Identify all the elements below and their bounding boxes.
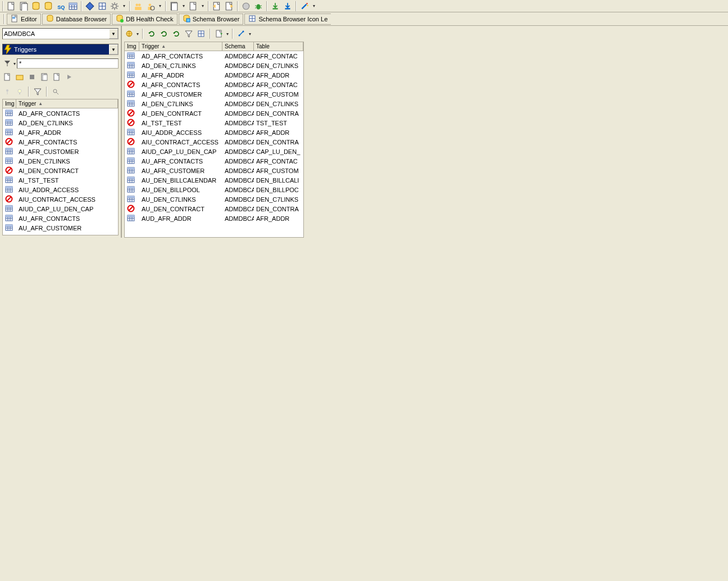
copy-btn[interactable] — [39, 72, 49, 82]
table-row[interactable]: AI_DEN_C7LINKSADMDBCADEN_C7LINKS — [125, 99, 303, 108]
schema-combo[interactable]: ADMDBCA ▼ — [2, 28, 119, 39]
tb-btn-11[interactable] — [145, 1, 156, 12]
list-item[interactable]: AIU_CONTRACT_ACCESS — [3, 194, 118, 204]
table-row[interactable]: AI_AFR_ADDRADMDBCAAFR_ADDR — [125, 70, 303, 80]
object-toolbar-2 — [0, 84, 121, 99]
tab-schema-browser[interactable]: Schema Browser — [179, 13, 244, 25]
tb-btn-15[interactable] — [224, 1, 235, 12]
refresh-btn-2[interactable] — [159, 29, 169, 39]
row-trigger-name: AU_DEN_CONTRACT — [139, 206, 222, 212]
tab-schema-browser-icon[interactable]: Schema Browser Icon Le — [244, 13, 331, 25]
table-row[interactable]: AI_DEN_CONTRACTADMDBCADEN_CONTRA — [125, 108, 303, 118]
table-row[interactable]: AU_DEN_BILLCALENDARADMDBCADEN_BILLCALI — [125, 175, 303, 185]
tb-drop-13[interactable]: ▾ — [200, 3, 206, 8]
tb-btn-dl2[interactable] — [282, 1, 293, 12]
list-item[interactable]: AIU_ADDR_ACCESS — [3, 185, 118, 194]
tb-btn-14[interactable] — [211, 1, 222, 12]
filter-type-button[interactable] — [2, 58, 12, 69]
col-header-schema[interactable]: Schema — [222, 42, 254, 51]
dropdown-arrow-icon[interactable]: ▾ — [249, 31, 251, 37]
tb-btn-6[interactable] — [67, 1, 79, 12]
tb-btn-13[interactable] — [188, 1, 199, 12]
table-row[interactable]: AIU_CONTRACT_ACCESSADMDBCADEN_CONTRA — [125, 137, 303, 147]
list-item[interactable]: AI_AFR_ADDR — [3, 128, 118, 137]
table-row[interactable]: AIUD_CAP_LU_DEN_CAPADMDBCACAP_LU_DEN_ — [125, 147, 303, 156]
grid-view-btn[interactable] — [196, 29, 206, 39]
col-header-img[interactable]: Img — [125, 42, 139, 51]
object-type-combo[interactable]: Triggers ▼ — [2, 44, 119, 55]
tab-label: Database Browser — [56, 16, 107, 22]
tb-btn-2[interactable] — [18, 1, 29, 12]
table-row[interactable]: AIU_ADDR_ACCESSADMDBCAAFR_ADDR — [125, 128, 303, 137]
col-header-table[interactable]: Table — [254, 42, 303, 51]
tb-btn-dl1[interactable] — [270, 1, 281, 12]
toolbar-sep — [295, 1, 297, 11]
col-header-trigger[interactable]: Trigger▲ — [139, 42, 222, 51]
tb-btn-10[interactable] — [133, 1, 144, 12]
list-item[interactable]: AU_AFR_CONTACTS — [3, 214, 118, 223]
tab-editor[interactable]: Editor — [7, 13, 41, 25]
table-row[interactable]: AD_DEN_C7LINKSADMDBCADEN_C7LINKS — [125, 61, 303, 70]
list-item[interactable]: AI_DEN_CONTRACT — [3, 166, 118, 175]
list-item[interactable]: AI_AFR_CONTACTS — [3, 137, 118, 147]
new-object-btn[interactable] — [2, 72, 12, 82]
tb-btn-8[interactable] — [97, 1, 108, 12]
table-row[interactable]: AU_DEN_CONTRACTADMDBCADEN_CONTRA — [125, 204, 303, 214]
dropdown-arrow-icon[interactable]: ▾ — [13, 61, 16, 66]
tb-btn-12[interactable] — [169, 1, 180, 12]
dropdown-arrow-icon[interactable]: ▼ — [109, 29, 118, 39]
tab-database-browser[interactable]: Database Browser — [42, 13, 111, 25]
tb-btn-stop[interactable] — [240, 1, 252, 12]
refresh-btn-1[interactable] — [147, 29, 157, 39]
table-row[interactable]: AI_TST_TESTADMDBCATST_TEST — [125, 118, 303, 128]
tb-btn-1[interactable] — [6, 1, 17, 12]
link-btn[interactable] — [236, 29, 247, 39]
find-btn[interactable] — [51, 87, 61, 97]
new-folder-btn[interactable] — [15, 72, 25, 82]
tb-btn-7[interactable] — [84, 1, 95, 12]
stop-btn[interactable] — [27, 72, 37, 82]
table-row[interactable]: AUD_AFR_ADDRADMDBCAAFR_ADDR — [125, 214, 303, 223]
table-row[interactable]: AU_DEN_C7LINKSADMDBCADEN_C7LINKS — [125, 194, 303, 204]
dropdown-arrow-icon[interactable]: ▾ — [226, 31, 229, 37]
tb-btn-bug[interactable] — [253, 1, 264, 12]
refresh-btn-3[interactable] — [171, 29, 181, 39]
bulb-btn[interactable] — [15, 87, 25, 97]
tb-btn-4[interactable] — [43, 1, 54, 12]
list-item[interactable]: AIUD_CAP_LU_DEN_CAP — [3, 204, 118, 214]
table-row[interactable]: AD_AFR_CONTACTSADMDBCAAFR_CONTAC — [125, 51, 303, 61]
export-btn[interactable] — [214, 29, 224, 39]
tb-drop-9[interactable]: ▾ — [121, 3, 127, 8]
table-row[interactable]: AI_AFR_CONTACTSADMDBCAAFR_CONTAC — [125, 80, 303, 89]
tb-drop-11[interactable]: ▾ — [157, 3, 163, 8]
list-item[interactable]: AI_AFR_CUSTOMER — [3, 147, 118, 156]
list-item[interactable]: AI_TST_TEST — [3, 175, 118, 185]
list-item[interactable]: AI_DEN_C7LINKS — [3, 156, 118, 166]
col-header-img[interactable]: Img — [3, 99, 16, 108]
table-row[interactable]: AU_AFR_CONTACTSADMDBCAAFR_CONTAC — [125, 156, 303, 166]
tb-btn-3[interactable] — [30, 1, 42, 12]
tb-btn-wand[interactable] — [299, 1, 310, 12]
tb-btn-9[interactable] — [109, 1, 120, 12]
details-pane: ▾ ▾ ▾ Img Trigger▲ Schema Table AD_AFR_C… — [122, 26, 304, 238]
list-item[interactable]: AD_DEN_C7LINKS — [3, 118, 118, 128]
funnel-btn[interactable] — [184, 29, 194, 39]
filter-input[interactable] — [17, 58, 119, 69]
pin-btn[interactable] — [2, 87, 12, 97]
list-item[interactable]: AU_AFR_CUSTOMER — [3, 223, 118, 233]
table-row[interactable]: AI_AFR_CUSTOMERADMDBCAAFR_CUSTOM — [125, 89, 303, 99]
col-header-trigger[interactable]: Trigger▲ — [16, 99, 118, 108]
tab-db-health-check[interactable]: DB Health Check — [112, 13, 177, 25]
list-item[interactable]: AD_AFR_CONTACTS — [3, 108, 118, 118]
table-row[interactable]: AU_DEN_BILLPOOLADMDBCADEN_BILLPOC — [125, 185, 303, 194]
dropdown-arrow-icon[interactable]: ▼ — [109, 44, 118, 55]
table-row[interactable]: AU_AFR_CUSTOMERADMDBCAAFR_CUSTOM — [125, 166, 303, 175]
globe-btn[interactable] — [124, 29, 134, 39]
dropdown-arrow-icon[interactable]: ▾ — [136, 31, 139, 37]
funnel-btn[interactable] — [33, 87, 43, 97]
script-btn[interactable] — [52, 72, 62, 82]
play-btn[interactable] — [64, 72, 74, 82]
tb-btn-5[interactable]: SQL — [55, 1, 66, 12]
tb-drop-wand[interactable]: ▾ — [311, 3, 317, 8]
tb-drop-12[interactable]: ▾ — [181, 3, 186, 8]
